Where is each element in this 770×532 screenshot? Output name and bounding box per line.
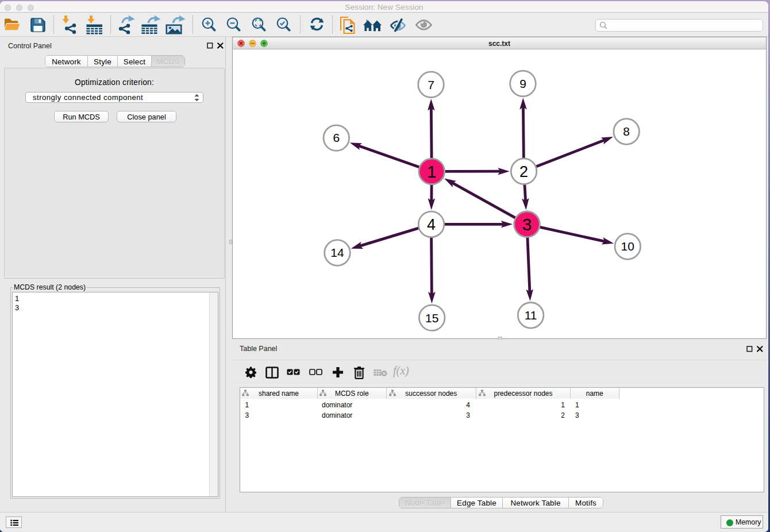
- svg-text:4: 4: [427, 216, 436, 233]
- svg-text:8: 8: [623, 125, 630, 138]
- svg-text:7: 7: [428, 78, 434, 91]
- svg-text:9: 9: [519, 77, 526, 90]
- svg-text:14: 14: [330, 246, 344, 259]
- svg-text:15: 15: [425, 311, 438, 325]
- svg-text:3: 3: [522, 215, 532, 234]
- svg-text:6: 6: [333, 131, 340, 144]
- svg-text:11: 11: [525, 309, 537, 322]
- svg-text:10: 10: [621, 240, 634, 253]
- svg-text:2: 2: [519, 163, 528, 180]
- svg-text:1: 1: [427, 162, 437, 181]
